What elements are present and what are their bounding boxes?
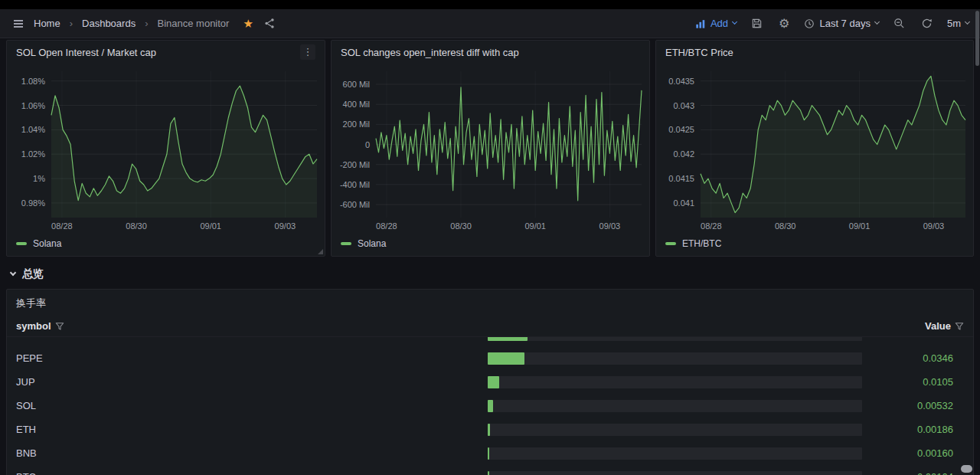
timeseries-chart[interactable]: 0.04350.0430.04250.0420.04150.04108/2808… xyxy=(656,64,973,236)
value-cell: 0.00532 xyxy=(862,400,973,411)
legend-label[interactable]: Solana xyxy=(33,238,61,249)
column-header-symbol[interactable]: symbol xyxy=(7,320,488,332)
panel-title[interactable]: SOL changes open_interest diff with cap xyxy=(341,47,519,58)
clock-icon xyxy=(804,18,815,29)
panel-title[interactable]: 换手率 xyxy=(7,290,973,316)
y-axis-tick: 400 Mil xyxy=(332,100,370,109)
y-axis-tick: -200 Mil xyxy=(332,160,370,169)
breadcrumb-home[interactable]: Home xyxy=(34,18,60,29)
y-axis-tick: 1% xyxy=(7,174,45,183)
share-icon[interactable] xyxy=(263,16,277,31)
refresh-icon[interactable] xyxy=(920,16,934,31)
y-axis-tick: 1.06% xyxy=(7,101,45,110)
zoom-out-icon[interactable] xyxy=(892,16,906,31)
bar-gauge-cell xyxy=(488,376,862,388)
timeseries-chart[interactable]: 1.08%1.06%1.04%1.02%1%0.98%08/2808/3009/… xyxy=(7,64,325,236)
y-axis-tick: 0.041 xyxy=(656,198,694,208)
bar-gauge-track xyxy=(488,352,862,365)
bar-gauge-fill xyxy=(488,424,490,436)
time-range-label: Last 7 days xyxy=(819,18,871,29)
chart-svg xyxy=(7,64,325,236)
panel-ethbtc-price: ETH/BTC Price 0.04350.0430.04250.0420.04… xyxy=(655,40,974,257)
table-row: JUP0.0105 xyxy=(7,370,973,394)
panel-header: SOL Open Interest / Market cap ⋮ xyxy=(7,41,325,64)
table-row: ETH0.00186 xyxy=(7,418,973,441)
settings-gear-icon[interactable]: ⚙ xyxy=(777,16,791,31)
menu-icon[interactable] xyxy=(11,16,26,31)
legend-swatch xyxy=(16,242,27,245)
timeseries-chart[interactable]: 600 Mil400 Mil200 Mil0-200 Mil-400 Mil-6… xyxy=(332,64,649,236)
x-axis-tick: 09/03 xyxy=(912,221,955,231)
add-label: Add xyxy=(710,18,728,29)
panel-title[interactable]: ETH/BTC Price xyxy=(665,47,733,58)
symbol-cell: BTC xyxy=(7,471,488,475)
row-toggle-overview[interactable]: 总览 xyxy=(11,267,44,281)
chevron-down-icon xyxy=(874,19,880,25)
value-cell: 0.0346 xyxy=(862,352,973,364)
save-icon[interactable] xyxy=(750,16,764,31)
bar-gauge-track xyxy=(488,400,862,412)
page-scrollbar-thumb[interactable] xyxy=(975,11,979,66)
bar-gauge-cell xyxy=(488,471,862,475)
breadcrumb-dashboards[interactable]: Dashboards xyxy=(82,18,136,29)
column-label: symbol xyxy=(16,320,51,332)
y-axis-tick: -400 Mil xyxy=(332,180,370,189)
x-axis-tick: 08/30 xyxy=(439,221,482,231)
symbol-cell: ETH xyxy=(7,424,488,435)
bar-chart-icon xyxy=(695,18,706,29)
dashboard-canvas: SOL Open Interest / Market cap ⋮ 1.08%1.… xyxy=(0,38,980,475)
panel-menu-kebab-icon[interactable]: ⋮ xyxy=(300,44,315,60)
breadcrumb-separator-icon: › xyxy=(143,18,149,29)
x-axis-tick: 08/30 xyxy=(764,221,807,231)
breadcrumb-separator-icon: › xyxy=(68,18,74,29)
table-row: BNB0.00160 xyxy=(7,441,973,465)
chart-legend[interactable]: Solana xyxy=(7,236,325,256)
chart-svg xyxy=(332,64,649,236)
chart-legend[interactable]: ETH/BTC xyxy=(656,236,973,256)
legend-label[interactable]: ETH/BTC xyxy=(682,238,721,249)
y-axis-tick: 1.02% xyxy=(7,149,45,159)
breadcrumb-current-dashboard: Binance monitor xyxy=(157,18,229,29)
favorite-star-icon[interactable]: ★ xyxy=(241,16,254,31)
y-axis-tick: 0.043 xyxy=(656,101,694,110)
chart-legend[interactable]: Solana xyxy=(332,236,649,256)
x-axis-tick: 09/01 xyxy=(189,221,232,231)
x-axis-tick: 09/03 xyxy=(588,221,631,231)
symbol-cell: BNB xyxy=(7,447,488,459)
table-row: SOL0.00532 xyxy=(7,394,973,418)
add-panel-button[interactable]: Add xyxy=(695,18,737,29)
bar-gauge-fill xyxy=(488,447,489,460)
y-axis-tick: -600 Mil xyxy=(332,200,370,209)
y-axis-tick: 0.0415 xyxy=(656,174,694,183)
legend-label[interactable]: Solana xyxy=(358,238,386,249)
top-panels-row: SOL Open Interest / Market cap ⋮ 1.08%1.… xyxy=(6,40,974,257)
chart-svg xyxy=(656,64,973,236)
bar-gauge-cell xyxy=(488,447,862,460)
refresh-interval-select[interactable]: 5m xyxy=(947,18,969,29)
y-axis-tick: 0.0425 xyxy=(656,125,694,134)
x-axis-tick: 09/03 xyxy=(263,221,306,231)
top-navbar: Home › Dashboards › Binance monitor ★ Ad… xyxy=(0,9,980,38)
filter-funnel-icon[interactable] xyxy=(55,322,64,331)
filter-funnel-icon[interactable] xyxy=(955,322,964,331)
symbol-cell: JUP xyxy=(7,376,488,388)
time-range-picker[interactable]: Last 7 days xyxy=(804,18,879,29)
chevron-down-icon xyxy=(732,19,737,25)
chevron-down-icon xyxy=(965,19,970,25)
refresh-interval-label: 5m xyxy=(947,18,961,29)
legend-swatch xyxy=(665,242,676,245)
panel-header: SOL changes open_interest diff with cap xyxy=(332,41,649,64)
x-axis-tick: 08/30 xyxy=(115,221,158,231)
bar-gauge-fill xyxy=(488,376,499,388)
table-row xyxy=(7,337,973,346)
column-header-value[interactable]: Value xyxy=(862,320,973,332)
y-axis-tick: 200 Mil xyxy=(332,120,370,129)
bar-gauge-cell xyxy=(488,400,862,412)
bar-gauge-track xyxy=(488,471,862,475)
x-axis-tick: 09/01 xyxy=(838,221,881,231)
panel-title[interactable]: SOL Open Interest / Market cap xyxy=(16,47,156,58)
top-black-strip xyxy=(0,0,980,9)
panel-resize-handle[interactable] xyxy=(318,249,323,254)
legend-swatch xyxy=(341,242,351,245)
panel-sol-oi-diff: SOL changes open_interest diff with cap … xyxy=(331,40,650,257)
